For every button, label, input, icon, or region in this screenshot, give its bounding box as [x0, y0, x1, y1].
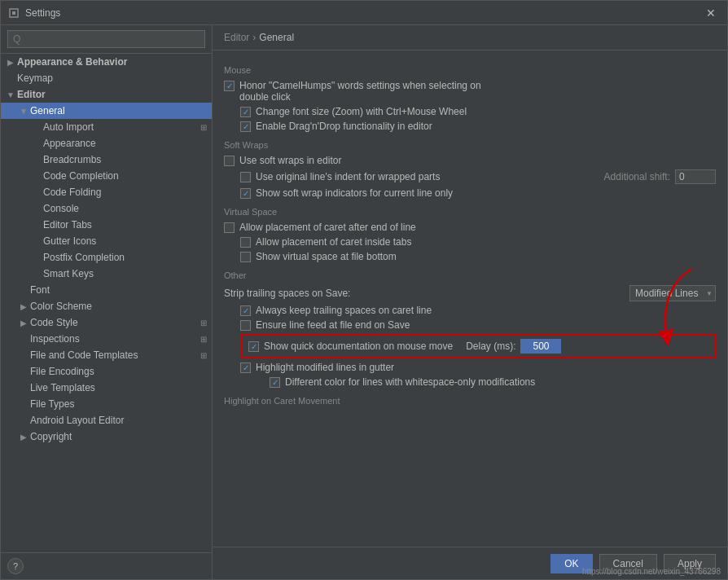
sidebar-item-file-code-templates[interactable]: File and Code Templates ⊞: [1, 347, 212, 363]
help-button[interactable]: ?: [7, 558, 24, 574]
sidebar-item-code-folding[interactable]: Code Folding: [1, 184, 212, 200]
original-indent-checkbox[interactable]: [240, 172, 251, 182]
virtual-space-section-title: Virtual Space: [224, 207, 716, 217]
sidebar-item-postfix-completion[interactable]: Postfix Completion: [1, 249, 212, 266]
breadcrumb: Editor › General: [213, 25, 727, 51]
badge-icon: ⊞: [200, 319, 207, 327]
sidebar-label: Editor Tabs: [43, 219, 92, 231]
other-section-title: Other: [224, 270, 716, 280]
sidebar-footer: ?: [1, 552, 212, 579]
sidebar-item-smart-keys[interactable]: Smart Keys: [1, 266, 212, 282]
delay-input[interactable]: [520, 339, 561, 354]
strip-trailing-row: Strip trailing spaces on Save: None Modi…: [224, 285, 716, 301]
sidebar-label: Code Style: [30, 317, 78, 328]
sidebar-label: Font: [30, 284, 50, 296]
line-feed-end-row: Ensure line feed at file end on Save: [240, 319, 716, 331]
sidebar-label: Appearance & Behavior: [17, 56, 127, 68]
caret-after-end-label: Allow placement of caret after end of li…: [239, 222, 416, 233]
wrap-indicators-row: Show soft wrap indicators for current li…: [240, 187, 716, 199]
sidebar-item-editor-tabs[interactable]: Editor Tabs: [1, 217, 212, 233]
virtual-space-bottom-checkbox[interactable]: [240, 252, 251, 262]
sidebar-item-file-types[interactable]: File Types: [1, 396, 212, 412]
font-zoom-label: Change font size (Zoom) with Ctrl+Mouse …: [256, 106, 467, 117]
virtual-space-bottom-label: Show virtual space at file bottom: [256, 251, 397, 262]
sidebar-item-breadcrumbs[interactable]: Breadcrumbs: [1, 152, 212, 168]
sidebar-label: Appearance: [43, 138, 96, 149]
camel-humps-row: Honor "CamelHumps" words settings when s…: [224, 80, 716, 103]
line-feed-end-label: Ensure line feed at file end on Save: [256, 319, 410, 331]
quick-doc-container: Show quick documentation on mouse move D…: [224, 334, 716, 358]
quick-doc-checkbox[interactable]: [248, 341, 259, 352]
sidebar-label: Live Templates: [30, 382, 95, 393]
sidebar-item-appearance[interactable]: Appearance: [1, 135, 212, 152]
strip-trailing-dropdown[interactable]: None Modified Lines All: [629, 285, 716, 301]
sidebar-item-file-encodings[interactable]: File Encodings: [1, 363, 212, 380]
sidebar-label: Editor: [17, 89, 46, 100]
sidebar-label: Copyright: [30, 431, 72, 442]
caret-after-end-checkbox[interactable]: [224, 222, 235, 233]
highlight-modified-row: Highlight modified lines in gutter: [240, 362, 716, 373]
sidebar-label: Console: [43, 203, 79, 214]
sidebar-item-editor[interactable]: ▼ Editor: [1, 86, 212, 103]
original-indent-label: Use original line's indent for wrapped p…: [256, 171, 440, 182]
close-button[interactable]: ✕: [701, 5, 721, 21]
keep-trailing-spaces-checkbox[interactable]: [240, 305, 251, 316]
caret-inside-tabs-checkbox[interactable]: [240, 237, 251, 248]
search-input[interactable]: [7, 30, 205, 48]
sidebar-label: Auto Import: [43, 121, 94, 133]
sidebar-label: Inspections: [30, 333, 80, 345]
line-feed-end-checkbox[interactable]: [240, 320, 251, 331]
font-zoom-row: Change font size (Zoom) with Ctrl+Mouse …: [240, 106, 716, 117]
virtual-space-bottom-row: Show virtual space at file bottom: [240, 251, 716, 262]
tree: ▶ Appearance & Behavior Keymap ▼ Editor …: [1, 54, 212, 552]
sidebar-item-console[interactable]: Console: [1, 200, 212, 217]
quick-doc-label: Show quick documentation on mouse move: [264, 341, 453, 352]
whitespace-color-row: Different color for lines with whitespac…: [270, 376, 716, 388]
sidebar-item-copyright[interactable]: ▶ Copyright: [1, 428, 212, 445]
sidebar-item-android-layout[interactable]: Android Layout Editor: [1, 412, 212, 428]
delay-label: Delay (ms):: [466, 341, 515, 352]
camel-humps-checkbox[interactable]: [224, 81, 235, 91]
sidebar-item-color-scheme[interactable]: ▶ Color Scheme: [1, 298, 212, 314]
drag-drop-row: Enable Drag'n'Drop functionality in edit…: [240, 121, 716, 132]
strip-trailing-dropdown-wrapper[interactable]: None Modified Lines All: [629, 285, 716, 301]
main-layout: ▶ Appearance & Behavior Keymap ▼ Editor …: [1, 25, 727, 579]
badge-icon: ⊞: [200, 351, 207, 360]
additional-shift-input[interactable]: [675, 169, 716, 184]
use-soft-wraps-row: Use soft wraps in editor: [224, 155, 716, 166]
sidebar-item-appearance-behavior[interactable]: ▶ Appearance & Behavior: [1, 54, 212, 70]
caret-after-end-row: Allow placement of caret after end of li…: [224, 222, 716, 233]
sidebar-label: General: [30, 105, 65, 116]
wrap-indicators-checkbox[interactable]: [240, 188, 251, 199]
drag-drop-label: Enable Drag'n'Drop functionality in edit…: [256, 121, 432, 132]
font-zoom-checkbox[interactable]: [240, 107, 251, 117]
chevron-down-icon: ▼: [4, 90, 17, 99]
badge-icon: ⊞: [200, 123, 207, 132]
use-soft-wraps-checkbox[interactable]: [224, 156, 235, 166]
chevron-right-icon: ▶: [17, 319, 30, 327]
sidebar-label: Android Layout Editor: [30, 415, 124, 426]
sidebar-item-inspections[interactable]: Inspections ⊞: [1, 331, 212, 347]
sidebar-item-general[interactable]: ▼ General: [1, 103, 212, 119]
sidebar-item-code-style[interactable]: ▶ Code Style ⊞: [1, 314, 212, 331]
sidebar-item-font[interactable]: Font: [1, 282, 212, 298]
whitespace-color-label: Different color for lines with whitespac…: [285, 376, 535, 388]
drag-drop-checkbox[interactable]: [240, 121, 251, 132]
sidebar-label: Postfix Completion: [43, 252, 125, 263]
sidebar-item-auto-import[interactable]: Auto Import ⊞: [1, 119, 212, 135]
sidebar-item-live-templates[interactable]: Live Templates: [1, 380, 212, 396]
title-bar: Settings ✕: [1, 1, 727, 25]
breadcrumb-parent: Editor: [224, 32, 249, 43]
sidebar-item-keymap[interactable]: Keymap: [1, 70, 212, 86]
sidebar: ▶ Appearance & Behavior Keymap ▼ Editor …: [1, 25, 213, 579]
sidebar-item-code-completion[interactable]: Code Completion: [1, 168, 212, 184]
settings-panel: Mouse Honor "CamelHumps" words settings …: [213, 51, 727, 547]
highlight-modified-checkbox[interactable]: [240, 362, 251, 373]
keep-trailing-spaces-label: Always keep trailing spaces on caret lin…: [256, 305, 432, 316]
highlight-caret-section-title: Highlight on Caret Movement: [224, 396, 716, 406]
sidebar-label: File Types: [30, 398, 74, 410]
sidebar-item-gutter-icons[interactable]: Gutter Icons: [1, 233, 212, 249]
caret-inside-tabs-row: Allow placement of caret inside tabs: [240, 236, 716, 248]
main-content: Editor › General Mouse Honor "CamelHumps…: [213, 25, 727, 579]
whitespace-color-checkbox[interactable]: [270, 377, 280, 388]
